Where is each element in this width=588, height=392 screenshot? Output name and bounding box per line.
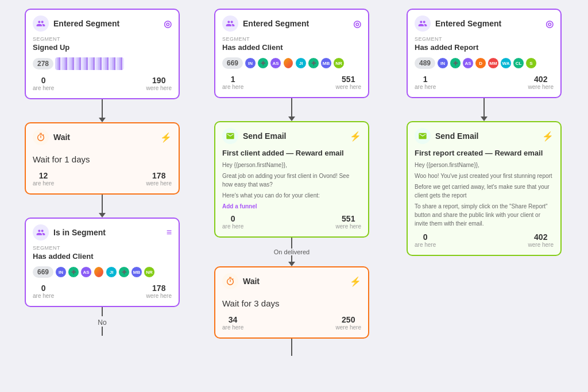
stat-left: 12 bbox=[33, 171, 54, 180]
email2-stats: 0 are here 402 were here bbox=[415, 230, 554, 248]
card-title: Entered Segment bbox=[53, 19, 119, 28]
avatar-pattern bbox=[55, 57, 124, 70]
avatar: AS bbox=[80, 266, 92, 278]
seg-val-2: Has added Client bbox=[222, 43, 361, 52]
bolt-green-2: ⚡ bbox=[542, 131, 554, 142]
avatars-row: 278 bbox=[33, 57, 172, 70]
bolt-green: ⚡ bbox=[350, 131, 361, 142]
avatar: NR bbox=[333, 57, 345, 69]
wait-icon bbox=[33, 129, 49, 145]
avatar: ➕ bbox=[68, 266, 79, 278]
avatar: IN bbox=[245, 57, 256, 69]
stat-r: 178 bbox=[146, 284, 172, 293]
stats-row: 0 are here 190 were here bbox=[33, 73, 172, 91]
arrow-no: No bbox=[98, 307, 106, 336]
wait-title-2: Wait bbox=[243, 277, 260, 286]
count-badge: 278 bbox=[33, 58, 53, 69]
avatars-row-3: 669 IN ➕ AS JI ➕ MB NR bbox=[222, 57, 361, 69]
arrow-3 bbox=[288, 98, 295, 121]
avatar: MB bbox=[320, 57, 332, 69]
arrow-4 bbox=[481, 98, 488, 121]
avatar: S bbox=[525, 57, 537, 69]
avatar: ➕ bbox=[308, 57, 319, 69]
column-1: Entered Segment ◎ SEGMENT Signed Up 278 … bbox=[16, 9, 188, 336]
wait-title: Wait bbox=[53, 133, 70, 142]
avatar: IN bbox=[437, 57, 448, 69]
send-email-client[interactable]: Send Email ⚡ First client added — Reward… bbox=[214, 121, 369, 238]
wait-1-day[interactable]: Wait ⚡ Wait for 1 days 12 are here 178 w… bbox=[25, 122, 180, 195]
avatar: D bbox=[475, 57, 486, 69]
arrow-1 bbox=[99, 99, 106, 122]
email-title: First client added — Reward email bbox=[222, 149, 361, 157]
on-delivered-label: On delivered bbox=[272, 249, 312, 255]
filter-icon: ≡ bbox=[167, 227, 172, 238]
stat-l: 0 bbox=[33, 284, 54, 293]
people-icon bbox=[33, 15, 49, 32]
column-3: Entered Segment ◎ SEGMENT Has added Repo… bbox=[395, 9, 573, 256]
avatar: ➕ bbox=[257, 57, 269, 69]
wait-body-2: Wait for 3 days bbox=[222, 294, 361, 311]
avatar: ➕ bbox=[118, 266, 130, 278]
avatar-photo-2 bbox=[283, 57, 294, 69]
stat-right: 178 bbox=[146, 171, 172, 180]
seg-lbl-3: SEGMENT bbox=[415, 36, 554, 42]
target-icon-3: ◎ bbox=[546, 18, 554, 29]
bolt-orange-2: ⚡ bbox=[350, 276, 361, 287]
is-in-segment[interactable]: Is in Segment ≡ SEGMENT Has added Client… bbox=[25, 218, 180, 307]
count-3: 669 bbox=[222, 57, 243, 69]
lbl-l: are here bbox=[33, 293, 54, 299]
segment-value: Signed Up bbox=[33, 43, 172, 52]
bolt-icon: ⚡ bbox=[160, 132, 172, 143]
seg2-stats: 1 are here 551 were here bbox=[222, 72, 361, 90]
avatar: ➕ bbox=[450, 57, 461, 69]
card-title-2: Entered Segment bbox=[243, 19, 309, 28]
email-card-title-2: Send Email bbox=[435, 131, 478, 141]
avatars-row-2: 669 IN ➕ AS JI ➕ MB NR bbox=[33, 266, 172, 278]
avatar: CL bbox=[513, 57, 524, 69]
entered-segment-report[interactable]: Entered Segment ◎ SEGMENT Has added Repo… bbox=[407, 9, 562, 98]
stat-num-left: 0 bbox=[33, 76, 54, 85]
send-email-report[interactable]: Send Email ⚡ First report created — Rewa… bbox=[407, 121, 562, 256]
wait2-stats: 34 are here 250 were here bbox=[222, 313, 361, 331]
seg-stats: 0 are here 178 were here bbox=[33, 281, 172, 299]
seg-lbl-2: SEGMENT bbox=[222, 36, 361, 42]
column-2: Entered Segment ◎ SEGMENT Has added Clie… bbox=[206, 9, 378, 356]
entered-segment-signed-up[interactable]: Entered Segment ◎ SEGMENT Signed Up 278 … bbox=[25, 9, 180, 99]
avatar: MM bbox=[488, 57, 499, 69]
label-right: were here bbox=[146, 180, 172, 187]
people-icon-2 bbox=[33, 224, 49, 240]
card-title-3: Entered Segment bbox=[435, 19, 501, 28]
seg-val-3: Has added Report bbox=[415, 43, 554, 52]
avatars-row-4: 489 IN ➕ AS D MM WA CL S bbox=[415, 57, 554, 69]
avatar-photo bbox=[93, 266, 105, 278]
target-icon-2: ◎ bbox=[353, 18, 361, 29]
wait-body: Wait for 1 days bbox=[33, 150, 172, 166]
email-card-title: Send Email bbox=[243, 131, 286, 141]
seg3-stats: 1 are here 402 were here bbox=[415, 72, 554, 90]
email-title-2: First report created — Reward email bbox=[415, 149, 554, 157]
seg-value: Has added Client bbox=[33, 252, 172, 261]
label-left: are here bbox=[33, 180, 54, 187]
avatar: AS bbox=[270, 57, 281, 69]
avatar: NR bbox=[144, 266, 155, 278]
email-preview-2: Hey {{person.firstName}}, Woo hoo! You'v… bbox=[415, 161, 554, 228]
lbl-r: were here bbox=[146, 293, 172, 299]
email-icon-2 bbox=[415, 128, 431, 144]
seg-label: SEGMENT bbox=[33, 245, 172, 251]
wait-icon-2 bbox=[222, 273, 238, 289]
entered-segment-client[interactable]: Entered Segment ◎ SEGMENT Has added Clie… bbox=[214, 9, 369, 98]
stat-label-left: are here bbox=[33, 85, 54, 91]
avatar: WA bbox=[500, 57, 512, 69]
wait-stats: 12 are here 178 were here bbox=[33, 169, 172, 187]
people-icon-3 bbox=[222, 15, 238, 32]
count-4: 489 bbox=[415, 57, 435, 69]
email-preview: Hey {{person.firstName}}, Great job on a… bbox=[222, 161, 361, 200]
stat-num-right: 190 bbox=[146, 76, 172, 85]
avatar: JI bbox=[295, 57, 307, 69]
avatar: IN bbox=[55, 266, 67, 278]
avatar: JI bbox=[106, 266, 117, 278]
avatar: AS bbox=[462, 57, 474, 69]
stat-label-right: were here bbox=[146, 85, 172, 91]
add-funnel-link[interactable]: Add a funnel bbox=[222, 203, 361, 209]
wait-3-days[interactable]: Wait ⚡ Wait for 3 days 34 are here 250 w… bbox=[214, 266, 369, 339]
